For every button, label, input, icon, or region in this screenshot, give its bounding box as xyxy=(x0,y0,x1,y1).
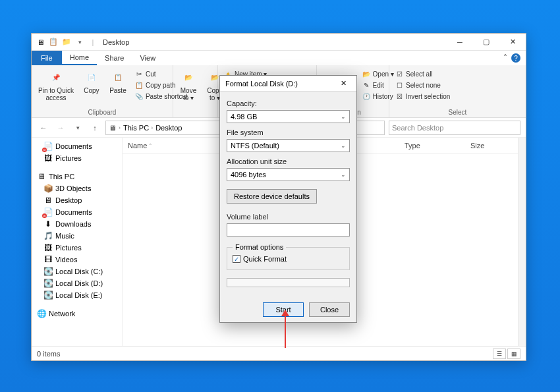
sidebar-item[interactable]: 🖥Desktop xyxy=(32,194,122,206)
sidebar-item-label: Videos xyxy=(55,256,77,264)
sidebar-item-label: Local Disk (C:) xyxy=(55,267,103,275)
format-dialog: Format Local Disk (D:) ✕ Capacity: 4.98 … xyxy=(219,75,357,323)
restore-defaults-button[interactable]: Restore device defaults xyxy=(227,189,317,204)
sidebar-item[interactable]: 💽Local Disk (E:) xyxy=(32,289,122,301)
sidebar-item[interactable]: ⬇Downloads xyxy=(32,218,122,230)
sidebar-item-label: Pictures xyxy=(55,244,82,252)
col-type[interactable]: Type xyxy=(399,142,465,150)
invert-selection-button[interactable]: ☒Invert selection xyxy=(393,91,451,101)
dialog-title: Format Local Disk (D:) xyxy=(225,80,298,88)
sidebar-item-label: Desktop xyxy=(55,196,82,204)
quick-format-checkbox[interactable]: ✓ Quick Format xyxy=(233,255,344,263)
item-count: 0 items xyxy=(37,350,60,358)
folder-icon: 🖥 xyxy=(43,196,53,205)
chevron-down-icon: ⌄ xyxy=(341,142,346,149)
annotation-arrow xyxy=(285,316,286,348)
statusbar: 0 items ☰ ▦ xyxy=(32,346,526,360)
folder-icon: 💽 xyxy=(43,267,53,276)
sidebar-item-label: Local Disk (D:) xyxy=(55,279,103,287)
sidebar-item[interactable]: 📦3D Objects xyxy=(32,182,122,194)
sidebar-item[interactable]: 📄✕Documents xyxy=(32,206,122,218)
move-to-button[interactable]: 📂 Move to ▾ xyxy=(177,67,200,103)
qat-dropdown-icon[interactable]: ▾ xyxy=(74,36,86,48)
pin-label: Pin to Quick access xyxy=(38,87,74,101)
allocation-select[interactable]: 4096 bytes⌄ xyxy=(227,168,350,181)
paste-label: Paste xyxy=(109,87,126,94)
search-input[interactable]: Search Desktop xyxy=(389,121,520,135)
close-button[interactable]: ✕ xyxy=(499,34,526,51)
folder-icon: 💽 xyxy=(43,279,53,288)
pin-icon: 📌 xyxy=(47,69,65,86)
qat-properties-icon[interactable]: 📋 xyxy=(47,36,59,48)
sidebar-item-label: Local Disk (E:) xyxy=(55,291,103,299)
qat-folder-icon[interactable]: 📁 xyxy=(61,36,72,48)
folder-icon: 📦 xyxy=(43,184,53,193)
sidebar-item-label: Downloads xyxy=(55,220,91,228)
sidebar-item-label: Documents xyxy=(55,142,92,150)
sidebar-item-label: 3D Objects xyxy=(55,184,91,192)
col-size[interactable]: Size xyxy=(465,142,518,150)
error-badge-icon: ✕ xyxy=(42,148,47,152)
breadcrumb-this-pc: This PC› xyxy=(123,124,153,132)
minimize-button[interactable]: ─ xyxy=(447,34,473,51)
titlebar: 🖥 📋 📁 ▾ | Desktop ─ ▢ ✕ xyxy=(32,34,526,51)
folder-icon: 🖼 xyxy=(43,243,53,252)
select-none-button[interactable]: ☐Select none xyxy=(393,80,451,90)
copy-icon: 📄 xyxy=(83,69,100,86)
history-icon: 🕐 xyxy=(362,92,371,101)
folder-icon: 🎵 xyxy=(43,231,53,240)
nav-forward-button[interactable]: → xyxy=(54,121,67,134)
folder-icon: 💽 xyxy=(43,291,53,300)
close-button[interactable]: Close xyxy=(309,302,350,317)
dialog-close-button[interactable]: ✕ xyxy=(335,77,351,90)
sidebar-this-pc[interactable]: 🖥This PC xyxy=(32,171,122,182)
pin-to-quick-access-button[interactable]: 📌 Pin to Quick access xyxy=(36,67,76,103)
vertical-scrollbar[interactable] xyxy=(518,138,526,346)
move-to-icon: 📂 xyxy=(180,69,197,86)
nav-back-button[interactable]: ← xyxy=(37,121,50,134)
nav-recent-button[interactable]: ▾ xyxy=(71,121,84,134)
paste-button[interactable]: 📋 Paste xyxy=(107,67,129,96)
view-icons-button[interactable]: ▦ xyxy=(507,349,520,359)
filesystem-select[interactable]: NTFS (Default)⌄ xyxy=(227,139,350,152)
network-icon: 🌐 xyxy=(37,309,46,318)
paste-shortcut-icon: 📎 xyxy=(134,92,144,101)
menu-share[interactable]: Share xyxy=(97,51,132,65)
sidebar-network[interactable]: 🌐Network xyxy=(32,308,122,320)
cut-icon: ✂ xyxy=(134,69,144,78)
app-icon: 🖥 xyxy=(34,36,46,48)
volume-label-label: Volume label xyxy=(227,213,350,221)
menu-file[interactable]: File xyxy=(32,51,62,65)
edit-icon: ✎ xyxy=(362,80,371,90)
sidebar-item[interactable]: 💽Local Disk (C:) xyxy=(32,266,122,277)
sidebar-item[interactable]: 💽Local Disk (D:) xyxy=(32,277,122,289)
nav-pane[interactable]: 📄✕Documents🖼Pictures 🖥This PC 📦3D Object… xyxy=(32,138,123,346)
window-title: Desktop xyxy=(99,38,129,46)
checkbox-icon: ✓ xyxy=(233,255,240,263)
maximize-button[interactable]: ▢ xyxy=(473,34,499,51)
quick-access-toolbar: 🖥 📋 📁 ▾ | xyxy=(32,36,99,48)
format-options-group: Format options ✓ Quick Format xyxy=(227,243,350,270)
nav-up-button[interactable]: ↑ xyxy=(88,121,101,134)
this-pc-icon: 🖥 xyxy=(37,172,46,181)
menu-view[interactable]: View xyxy=(132,51,163,65)
sidebar-item[interactable]: 🎵Music xyxy=(32,230,122,242)
view-details-button[interactable]: ☰ xyxy=(493,349,506,359)
breadcrumb-desktop: Desktop xyxy=(155,124,182,132)
capacity-select[interactable]: 4.98 GB⌄ xyxy=(227,110,350,123)
copy-button[interactable]: 📄 Copy xyxy=(80,67,103,96)
sidebar-item[interactable]: 🖼Pictures xyxy=(32,242,122,254)
volume-label-input[interactable] xyxy=(227,223,350,237)
help-icon[interactable]: ? xyxy=(511,53,520,63)
folder-icon: 🎞 xyxy=(43,255,53,264)
folder-icon: 🖼 xyxy=(43,154,53,163)
sidebar-item-label: Pictures xyxy=(55,154,82,162)
sidebar-item[interactable]: 📄✕Documents xyxy=(32,140,122,152)
copy-path-icon: 📋 xyxy=(134,80,144,90)
select-all-button[interactable]: ☑Select all xyxy=(393,69,451,79)
ribbon-collapse-icon[interactable]: ˄ xyxy=(503,53,507,63)
menu-home[interactable]: Home xyxy=(62,51,97,65)
sidebar-item[interactable]: 🎞Videos xyxy=(32,254,122,266)
chevron-down-icon: ⌄ xyxy=(341,171,346,178)
sidebar-item[interactable]: 🖼Pictures xyxy=(32,152,122,164)
